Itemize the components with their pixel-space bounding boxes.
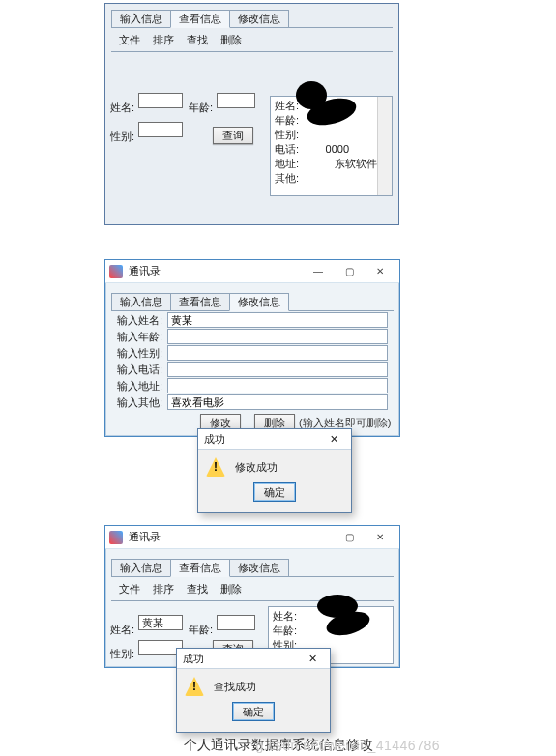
success-dialog: 成功 ✕ 修改成功 确定 bbox=[197, 428, 352, 513]
success-dialog: 成功 ✕ 查找成功 确定 bbox=[176, 648, 331, 733]
menu-find[interactable]: 查找 bbox=[187, 34, 208, 45]
menu-file[interactable]: 文件 bbox=[119, 34, 140, 45]
search-button[interactable]: 查询 bbox=[213, 127, 253, 144]
gender-input[interactable] bbox=[167, 345, 388, 361]
other-input[interactable] bbox=[167, 394, 388, 410]
warning-icon bbox=[185, 677, 204, 696]
tab-input[interactable]: 输入信息 bbox=[111, 293, 171, 311]
dialog-ok-button[interactable]: 确定 bbox=[232, 702, 275, 721]
window-edit: 通讯录 ― ▢ ✕ 输入信息 查看信息 修改信息 输入姓名: 输入年龄: 输入性… bbox=[104, 259, 400, 437]
watermark: g.csdn.net/weixin_41446786 bbox=[256, 738, 440, 753]
phone-label: 输入电话: bbox=[117, 363, 167, 377]
other-label: 输入其他: bbox=[117, 395, 167, 410]
tab-input[interactable]: 输入信息 bbox=[111, 10, 171, 28]
scrollbar[interactable] bbox=[377, 97, 392, 195]
close-button[interactable]: ✕ bbox=[365, 528, 395, 547]
tabs: 输入信息 查看信息 修改信息 bbox=[111, 10, 398, 28]
dialog-title: 成功 bbox=[183, 652, 204, 666]
tab-edit[interactable]: 修改信息 bbox=[229, 293, 289, 311]
tab-edit[interactable]: 修改信息 bbox=[229, 559, 289, 577]
gender-input[interactable] bbox=[138, 122, 183, 137]
minimize-button[interactable]: ― bbox=[303, 262, 334, 281]
app-title: 通讯录 bbox=[129, 264, 303, 278]
minimize-button[interactable]: ― bbox=[303, 528, 334, 547]
age-input[interactable] bbox=[217, 93, 255, 108]
name-label: 姓名: bbox=[110, 623, 134, 637]
name-input[interactable]: 黄某 bbox=[138, 615, 183, 630]
name-input[interactable] bbox=[167, 312, 388, 328]
name-label: 输入姓名: bbox=[117, 313, 167, 328]
app-icon bbox=[109, 265, 123, 278]
menu-sort[interactable]: 排序 bbox=[153, 34, 174, 45]
gender-label: 输入性别: bbox=[117, 346, 167, 361]
maximize-button[interactable]: ▢ bbox=[334, 528, 365, 547]
dialog-close-button[interactable]: ✕ bbox=[322, 433, 345, 446]
tab-view[interactable]: 查看信息 bbox=[170, 293, 230, 311]
tab-view[interactable]: 查看信息 bbox=[170, 559, 230, 577]
window-view: 通讯录 ― ▢ ✕ 输入信息 查看信息 修改信息 文件 排序 查找 删除 姓名:… bbox=[104, 525, 400, 668]
name-label: 姓名: bbox=[110, 101, 134, 115]
panel-view-1: 输入信息 查看信息 修改信息 文件 排序 查找 删除 姓名: 年龄: 性别: 查… bbox=[104, 3, 399, 225]
menu-del[interactable]: 删除 bbox=[220, 583, 242, 595]
tab-input[interactable]: 输入信息 bbox=[111, 559, 171, 577]
dialog-title: 成功 bbox=[204, 432, 225, 447]
menu-file[interactable]: 文件 bbox=[119, 583, 140, 595]
app-title: 通讯录 bbox=[129, 530, 303, 544]
age-label: 输入年龄: bbox=[117, 330, 167, 344]
name-input[interactable] bbox=[138, 93, 183, 108]
age-label: 年龄: bbox=[189, 101, 213, 115]
tabs: 输入信息 查看信息 修改信息 bbox=[111, 559, 399, 577]
menu-find[interactable]: 查找 bbox=[187, 583, 208, 595]
close-button[interactable]: ✕ bbox=[365, 262, 395, 281]
dialog-ok-button[interactable]: 确定 bbox=[253, 482, 296, 502]
menubar: 文件 排序 查找 删除 bbox=[119, 582, 399, 596]
title-bar: 通讯录 ― ▢ ✕ bbox=[105, 260, 399, 283]
addr-input[interactable] bbox=[167, 378, 388, 393]
tabs: 输入信息 查看信息 修改信息 bbox=[111, 293, 399, 311]
warning-icon bbox=[206, 457, 225, 477]
menu-sort[interactable]: 排序 bbox=[153, 583, 174, 595]
age-input[interactable] bbox=[217, 615, 255, 630]
tab-view[interactable]: 查看信息 bbox=[170, 10, 230, 28]
menu-del[interactable]: 删除 bbox=[220, 34, 242, 45]
age-input[interactable] bbox=[167, 329, 388, 344]
title-bar: 通讯录 ― ▢ ✕ bbox=[105, 526, 399, 549]
gender-label: 性别: bbox=[110, 647, 134, 661]
phone-input[interactable] bbox=[167, 362, 388, 377]
menubar: 文件 排序 查找 删除 bbox=[119, 33, 398, 47]
app-icon bbox=[109, 531, 123, 544]
maximize-button[interactable]: ▢ bbox=[334, 262, 365, 281]
addr-label: 输入地址: bbox=[117, 379, 167, 393]
tab-edit[interactable]: 修改信息 bbox=[229, 10, 289, 28]
dialog-close-button[interactable]: ✕ bbox=[301, 653, 324, 665]
age-label: 年龄: bbox=[189, 623, 213, 637]
dialog-message: 查找成功 bbox=[214, 680, 256, 694]
gender-label: 性别: bbox=[110, 130, 134, 144]
dialog-message: 修改成功 bbox=[235, 460, 278, 475]
